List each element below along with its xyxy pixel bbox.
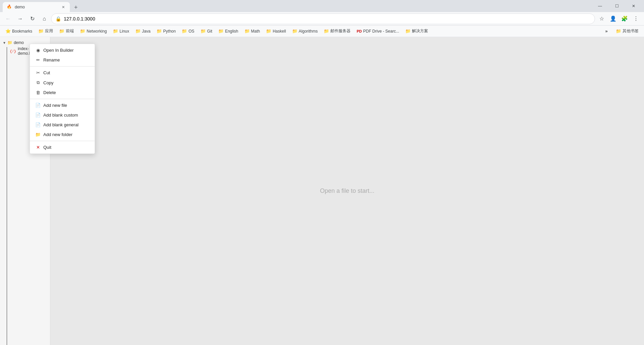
ctx-add-blank-general[interactable]: 📄 Add blank general xyxy=(30,120,95,130)
ctx-add-new-file-label: Add new file xyxy=(43,103,67,108)
folder-icon: 📁 xyxy=(38,29,44,34)
folder-icon: 📁 xyxy=(292,29,297,34)
overflow-icon: » xyxy=(605,29,607,34)
add-blank-custom-icon: 📄 xyxy=(35,113,41,118)
bookmarks-label: Bookmarks xyxy=(12,29,32,34)
folder-icon: 📁 xyxy=(324,29,329,34)
bookmarks-item-python[interactable]: 📁 Python xyxy=(154,27,178,35)
haskell-label: Haskell xyxy=(273,29,286,34)
folder-name: demo xyxy=(14,40,24,45)
ctx-cut[interactable]: ✂ Cut xyxy=(30,68,95,78)
open-in-builder-icon: ◉ xyxy=(35,48,41,53)
ctx-separator-3 xyxy=(30,141,95,141)
file-icon: ❬/❭ xyxy=(9,49,16,53)
pdf-icon: PD xyxy=(357,29,362,33)
folder-icon: 📁 xyxy=(616,29,621,34)
ctx-cut-label: Cut xyxy=(43,70,50,75)
title-bar: 🔥 demo ✕ + — ☐ ✕ xyxy=(0,0,644,12)
ctx-copy-label: Copy xyxy=(43,80,53,85)
home-button[interactable]: ⌂ xyxy=(39,13,50,24)
ctx-add-new-file[interactable]: 📄 Add new file xyxy=(30,100,95,110)
bookmarks-item-apps[interactable]: 📁 应用 xyxy=(36,27,56,35)
bookmarks-item-java[interactable]: 📁 Java xyxy=(133,27,153,35)
bookmarks-item-networking[interactable]: 📁 Networking xyxy=(77,27,109,35)
back-button[interactable]: ← xyxy=(3,13,13,24)
bookmarks-item-algorithms[interactable]: 📁 Algorithms xyxy=(289,27,321,35)
new-tab-button[interactable]: + xyxy=(71,3,81,12)
star-icon: ⭐ xyxy=(5,29,11,34)
ctx-add-blank-general-label: Add blank general xyxy=(43,122,79,127)
ctx-rename-label: Rename xyxy=(43,57,60,62)
ctx-delete-label: Delete xyxy=(43,90,56,95)
ctx-open-in-builder-label: Open In Builder xyxy=(43,48,74,53)
bookmarks-overflow-button[interactable]: » xyxy=(602,27,611,36)
bookmarks-item-os[interactable]: 📁 OS xyxy=(179,27,197,35)
folder-icon: 📁 xyxy=(182,29,187,34)
folder-arrow-icon: ▼ xyxy=(3,41,6,45)
forward-button[interactable]: → xyxy=(15,13,26,24)
frontend-label: 前端 xyxy=(66,28,74,34)
menu-button[interactable]: ⋮ xyxy=(631,13,641,24)
folder-icon: 📁 xyxy=(200,29,206,34)
ctx-quit[interactable]: ✕ Quit xyxy=(30,142,95,152)
address-bar[interactable]: 🔒 xyxy=(51,13,595,24)
main-area: Open a file to start... xyxy=(50,37,644,345)
solutions-label: 解决方案 xyxy=(412,28,428,34)
english-label: English xyxy=(225,29,238,34)
apps-label: 应用 xyxy=(45,28,53,34)
git-label: Git xyxy=(207,29,212,34)
ctx-quit-label: Quit xyxy=(43,145,51,150)
bookmarks-item-haskell[interactable]: 📁 Haskell xyxy=(263,27,288,35)
bookmarks-item-git[interactable]: 📁 Git xyxy=(198,27,215,35)
maximize-button[interactable]: ☐ xyxy=(609,1,625,11)
sidebar-line xyxy=(7,47,7,345)
minimize-button[interactable]: — xyxy=(592,1,608,11)
bookmarks-item-english[interactable]: 📁 English xyxy=(216,27,241,35)
extensions-button[interactable]: 🧩 xyxy=(619,13,630,24)
ctx-add-new-folder-label: Add new folder xyxy=(43,132,73,137)
ctx-delete[interactable]: 🗑 Delete xyxy=(30,88,95,97)
profile-button[interactable]: 👤 xyxy=(608,13,618,24)
bookmarks-item-frontend[interactable]: 📁 前端 xyxy=(56,27,77,35)
python-label: Python xyxy=(163,29,176,34)
bookmarks-item-math[interactable]: 📁 Math xyxy=(242,27,263,35)
bookmarks-item-pdf[interactable]: PD PDF Drive - Searc... xyxy=(354,28,402,35)
address-input[interactable] xyxy=(64,16,591,21)
tab-close-button[interactable]: ✕ xyxy=(60,4,66,10)
ctx-copy[interactable]: ⧉ Copy xyxy=(30,78,95,88)
ctx-add-new-folder[interactable]: 📁 Add new folder xyxy=(30,130,95,139)
cut-icon: ✂ xyxy=(35,70,41,75)
quit-icon: ✕ xyxy=(35,145,41,150)
bookmarks-item-solutions[interactable]: 📁 解决方案 xyxy=(403,27,431,35)
pdf-label: PDF Drive - Searc... xyxy=(363,29,399,34)
bookmarks-item-other[interactable]: 📁 其他书签 xyxy=(613,27,641,35)
delete-icon: 🗑 xyxy=(35,90,41,95)
bookmarks-item-linux[interactable]: 📁 Linux xyxy=(110,27,132,35)
folder-icon: 📁 xyxy=(113,29,118,34)
folder-icon: 📁 xyxy=(135,29,141,34)
copy-icon: ⧉ xyxy=(35,80,41,85)
bookmarks-bar: ⭐ Bookmarks 📁 应用 📁 前端 📁 Networking 📁 Lin… xyxy=(0,26,644,37)
reload-button[interactable]: ↻ xyxy=(27,13,38,24)
folder-icon: 📁 xyxy=(266,29,271,34)
active-tab[interactable]: 🔥 demo ✕ xyxy=(3,2,70,12)
bookmarks-item-bookmarks[interactable]: ⭐ Bookmarks xyxy=(3,27,35,35)
bookmarks-item-mail[interactable]: 📁 邮件服务器 xyxy=(321,27,353,35)
bookmark-star-button[interactable]: ☆ xyxy=(596,13,607,24)
ctx-separator-1 xyxy=(30,66,95,67)
tab-favicon: 🔥 xyxy=(7,4,12,10)
close-button[interactable]: ✕ xyxy=(626,1,641,11)
folder-icon: 📁 xyxy=(156,29,162,34)
placeholder-text: Open a file to start... xyxy=(320,187,374,195)
ctx-open-in-builder[interactable]: ◉ Open In Builder xyxy=(30,45,95,55)
toolbar: ← → ↻ ⌂ 🔒 ☆ 👤 🧩 ⋮ xyxy=(0,12,644,26)
ctx-add-blank-custom[interactable]: 📄 Add blank custom xyxy=(30,110,95,120)
rename-icon: ✏ xyxy=(35,57,41,62)
folder-icon: 📁 xyxy=(7,40,12,45)
ctx-add-blank-custom-label: Add blank custom xyxy=(43,113,78,118)
mail-label: 邮件服务器 xyxy=(330,28,351,34)
ctx-rename[interactable]: ✏ Rename xyxy=(30,55,95,65)
tab-title: demo xyxy=(15,5,58,9)
toolbar-actions: ☆ 👤 🧩 ⋮ xyxy=(596,13,641,24)
networking-label: Networking xyxy=(87,29,107,34)
